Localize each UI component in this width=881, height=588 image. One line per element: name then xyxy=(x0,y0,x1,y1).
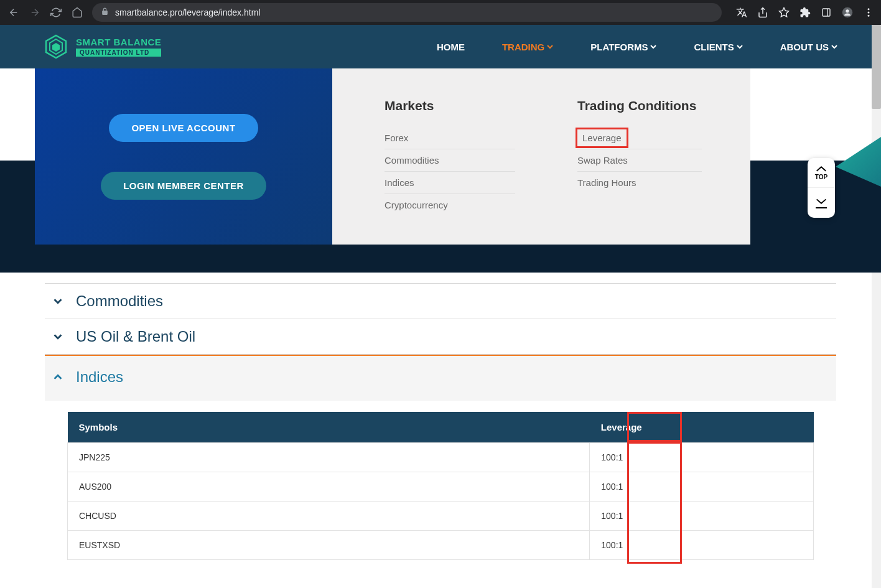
extensions-icon[interactable] xyxy=(798,5,813,20)
table-row: AUS200100:1 xyxy=(68,472,814,502)
dropdown-item-swap-rates[interactable]: Swap Rates xyxy=(577,149,702,172)
scroll-widget: TOP xyxy=(808,158,835,218)
accordion: Forex Pairs Commodities US Oil & Brent O… xyxy=(0,248,881,560)
logo-icon xyxy=(44,34,68,59)
star-icon[interactable] xyxy=(776,5,791,20)
url-text: smartbalance.pro/leverage/index.html xyxy=(115,7,260,17)
logo[interactable]: SMART BALANCE QUANTIZATION LTD xyxy=(44,34,161,59)
chevron-down-icon xyxy=(547,44,553,50)
chevron-down-icon xyxy=(737,44,743,50)
chevron-down-icon xyxy=(831,44,837,50)
panel-icon[interactable] xyxy=(819,5,834,20)
svg-point-4 xyxy=(846,9,849,12)
translate-icon[interactable] xyxy=(734,5,749,20)
nav-about[interactable]: ABOUT US xyxy=(780,42,837,52)
chevron-down-icon xyxy=(51,330,65,343)
browser-actions xyxy=(734,5,876,20)
table-row: EUSTXSD100:1 xyxy=(68,531,814,560)
forward-button[interactable] xyxy=(26,4,44,21)
share-icon[interactable] xyxy=(755,5,770,20)
nav-clients[interactable]: CLIENTS xyxy=(694,42,742,52)
browser-toolbar: smartbalance.pro/leverage/index.html xyxy=(0,0,881,25)
nav-trading[interactable]: TRADING xyxy=(502,42,553,52)
logo-subtitle: QUANTIZATION LTD xyxy=(76,49,161,57)
indices-table: Symbols Leverage JPN225100:1 AUS200100:1… xyxy=(67,412,814,560)
dropdown-item-forex[interactable]: Forex xyxy=(385,127,515,149)
nav-platforms[interactable]: PLATFORMS xyxy=(590,42,656,52)
accordion-commodities[interactable]: Commodities xyxy=(45,284,836,319)
main-nav: HOME TRADING PLATFORMS CLIENTS ABOUT US xyxy=(437,42,837,52)
logo-title: SMART BALANCE xyxy=(76,37,161,47)
hero-panel: OPEN LIVE ACCOUNT LOGIN MEMBER CENTER xyxy=(35,68,332,245)
indices-table-wrap: Symbols Leverage JPN225100:1 AUS200100:1… xyxy=(45,401,836,560)
back-button[interactable] xyxy=(5,4,22,21)
profile-icon[interactable] xyxy=(840,5,855,20)
scroll-top-button[interactable]: TOP xyxy=(808,158,835,188)
svg-point-7 xyxy=(868,15,870,17)
svg-point-6 xyxy=(868,12,870,14)
svg-rect-1 xyxy=(823,9,830,16)
col-leverage: Leverage xyxy=(590,412,814,443)
col-symbols: Symbols xyxy=(68,412,590,443)
login-button[interactable]: LOGIN MEMBER CENTER xyxy=(101,172,266,200)
trading-dropdown: Markets Forex Commodities Indices Crypto… xyxy=(332,68,750,245)
site-header: SMART BALANCE QUANTIZATION LTD HOME TRAD… xyxy=(0,25,881,68)
dropdown-item-trading-hours[interactable]: Trading Hours xyxy=(577,172,702,194)
open-account-button[interactable]: OPEN LIVE ACCOUNT xyxy=(109,114,258,142)
dropdown-item-commodities[interactable]: Commodities xyxy=(385,149,515,172)
chevron-up-icon xyxy=(51,370,65,384)
svg-marker-10 xyxy=(52,43,60,52)
dropdown-item-indices[interactable]: Indices xyxy=(385,172,515,194)
chevron-down-icon xyxy=(650,44,656,50)
accordion-oil[interactable]: US Oil & Brent Oil xyxy=(45,319,836,355)
svg-point-5 xyxy=(868,8,870,10)
svg-marker-0 xyxy=(780,8,789,17)
home-button[interactable] xyxy=(68,4,86,21)
chevron-down-icon xyxy=(51,294,65,308)
dropdown-item-leverage[interactable]: Leverage xyxy=(577,129,627,146)
table-row: JPN225100:1 xyxy=(68,443,814,472)
reload-button[interactable] xyxy=(47,4,65,21)
scrollbar-track[interactable] xyxy=(872,25,881,588)
accordion-indices[interactable]: Indices xyxy=(45,355,836,401)
dropdown-item-cryptocurrency[interactable]: Cryptocurrency xyxy=(385,194,515,216)
menu-icon[interactable] xyxy=(861,5,876,20)
table-row: CHCUSD100:1 xyxy=(68,502,814,531)
scrollbar-thumb[interactable] xyxy=(872,25,881,109)
address-bar[interactable]: smartbalance.pro/leverage/index.html xyxy=(92,3,722,22)
lock-icon xyxy=(101,7,109,17)
dropdown-col1-title: Markets xyxy=(385,98,515,113)
dropdown-col2-title: Trading Conditions xyxy=(577,98,702,113)
scroll-bottom-button[interactable] xyxy=(808,188,835,218)
nav-home[interactable]: HOME xyxy=(437,42,465,52)
